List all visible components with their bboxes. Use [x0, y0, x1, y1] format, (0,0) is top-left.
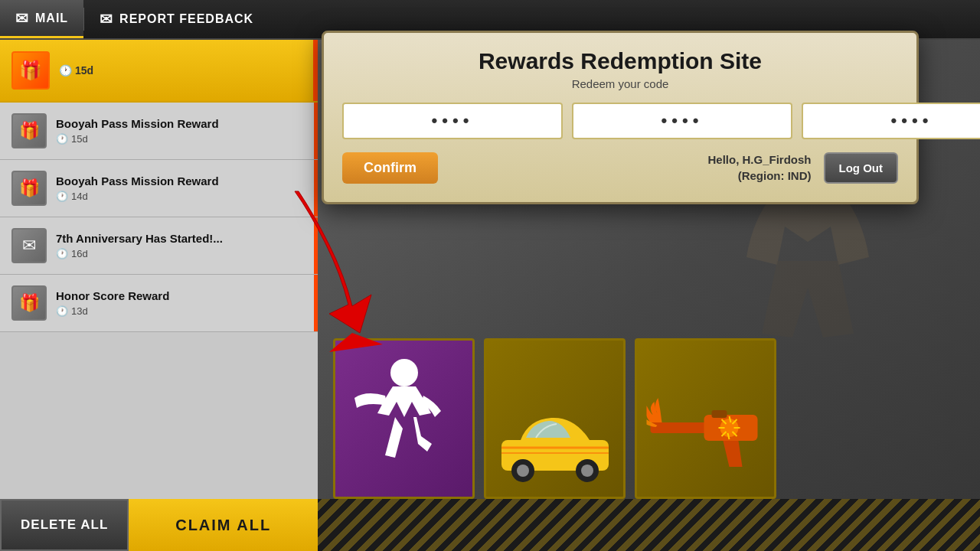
clock-icon-4: 🕐: [56, 305, 68, 317]
modal-title: Rewards Redemption Site: [342, 48, 898, 74]
reward-item-gun[interactable]: [635, 338, 776, 499]
claim-all-button[interactable]: CLAIM ALL: [129, 499, 318, 551]
mail-item-content-4: Honor Score Reward 🕐 13d: [56, 289, 306, 317]
dance-figure: [351, 356, 458, 489]
code-input-3[interactable]: [802, 103, 980, 139]
tab-report-feedback[interactable]: ✉ REPORT FEEDBACK: [84, 0, 269, 38]
mail-list: 🎁 Booyah Pass Mission Reward 🕐 15d 🎁 Boo…: [0, 103, 318, 527]
gun-figure: [646, 383, 765, 485]
car-figure: [494, 406, 616, 485]
mail-item-time-1: 🕐 15d: [56, 133, 306, 145]
reward-item-car[interactable]: [484, 338, 626, 499]
mail-item-title-2: Booyah Pass Mission Reward: [56, 174, 306, 187]
gift-icon-4: 🎁: [11, 285, 47, 321]
svg-rect-10: [711, 410, 727, 418]
mail-item-title-1: Booyah Pass Mission Reward: [56, 117, 306, 130]
mail-item-content-3: 7th Anniversary Has Started!... 🕐 16d: [56, 232, 306, 259]
strip-pattern: [318, 499, 980, 551]
svg-point-6: [581, 465, 593, 477]
mail-item-content-2: Booyah Pass Mission Reward 🕐 14d: [56, 174, 306, 202]
mail-icon-3: ✉: [11, 228, 47, 263]
tab-mail[interactable]: ✉ MAIL: [0, 0, 83, 38]
clock-icon-1: 🕐: [56, 133, 68, 145]
mail-panel: 🎁 🕐 15d 🎁 Booyah Pass Mission Reward 🕐 1…: [0, 40, 318, 551]
mail-item-title-3: 7th Anniversary Has Started!...: [56, 232, 306, 245]
mail-item-highlighted[interactable]: 🎁 🕐 15d: [0, 40, 318, 103]
list-item[interactable]: 🎁 Honor Score Reward 🕐 13d: [0, 275, 318, 332]
gift-icon-2: 🎁: [11, 171, 47, 206]
mail-icon: ✉: [15, 9, 29, 28]
svg-point-1: [390, 359, 418, 386]
confirm-button[interactable]: Confirm: [342, 152, 438, 184]
mail-time-highlighted: 🕐 15d: [59, 64, 93, 77]
mail-item-time-3: 🕐 16d: [56, 248, 306, 259]
user-region: (Region: IND): [450, 168, 812, 184]
gift-icon-highlighted: 🎁: [11, 51, 50, 90]
mail-item-time-4: 🕐 13d: [56, 305, 306, 317]
redemption-modal: Rewards Redemption Site Redeem your code…: [322, 31, 919, 204]
mail-item-title-4: Honor Score Reward: [56, 289, 306, 302]
delete-all-button[interactable]: DELETE ALL: [0, 499, 129, 551]
report-mail-icon: ✉: [100, 10, 113, 28]
reward-grid: [333, 338, 965, 499]
mail-item-content-1: Booyah Pass Mission Reward 🕐 15d: [56, 117, 306, 145]
svg-point-4: [517, 465, 529, 477]
list-item[interactable]: 🎁 Booyah Pass Mission Reward 🕐 14d: [0, 160, 318, 217]
clock-icon-2: 🕐: [56, 191, 68, 202]
clock-icon-3: 🕐: [56, 248, 68, 259]
mail-item-time-2: 🕐 14d: [56, 191, 306, 202]
bottom-strip: [318, 499, 980, 551]
user-info: Hello, H.G_Firdosh (Region: IND): [450, 152, 812, 184]
logout-button[interactable]: Log Out: [824, 152, 898, 184]
modal-subtitle: Redeem your code: [342, 77, 898, 90]
modal-overlay: Rewards Redemption Site Redeem your code…: [322, 31, 919, 204]
user-greeting: Hello, H.G_Firdosh: [450, 152, 812, 168]
modal-bottom-row: Confirm Hello, H.G_Firdosh (Region: IND)…: [342, 152, 898, 184]
code-inputs-row: [342, 103, 898, 139]
code-input-2[interactable]: [572, 103, 792, 139]
list-item[interactable]: 🎁 Booyah Pass Mission Reward 🕐 15d: [0, 103, 318, 160]
code-input-1[interactable]: [342, 103, 563, 139]
clock-icon: 🕐: [59, 64, 72, 77]
list-item[interactable]: ✉ 7th Anniversary Has Started!... 🕐 16d: [0, 217, 318, 275]
action-bar: DELETE ALL CLAIM ALL: [0, 499, 318, 551]
gift-icon-1: 🎁: [11, 113, 47, 148]
reward-item-dance[interactable]: [333, 338, 475, 499]
